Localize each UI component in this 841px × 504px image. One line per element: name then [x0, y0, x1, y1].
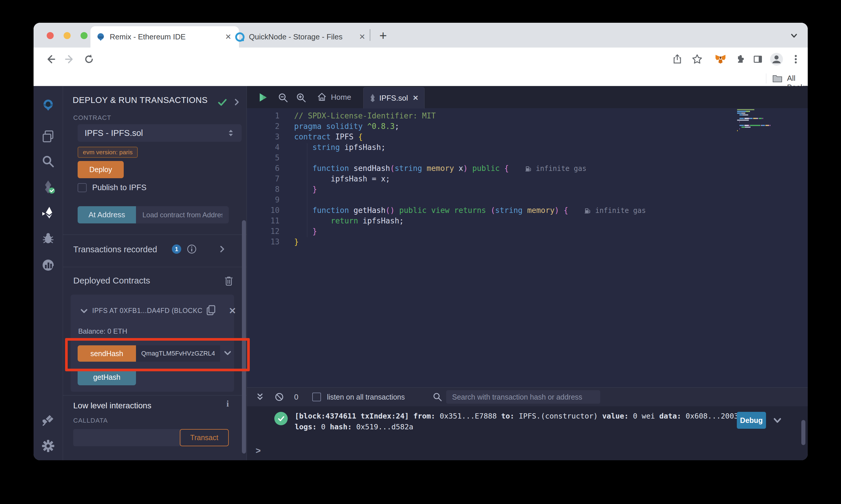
window-maximize-button[interactable] — [81, 32, 88, 39]
editor-area: Home IPFS.sol ✕ 1// SPDX-License-Identif… — [247, 86, 808, 460]
code-line[interactable]: 2pragma solidity ^0.8.3; — [247, 121, 808, 131]
solidity-compiler-icon[interactable] — [40, 179, 56, 195]
back-icon[interactable] — [42, 51, 59, 67]
browser-menu-icon[interactable] — [788, 51, 804, 67]
share-icon[interactable] — [669, 51, 685, 67]
send-hash-input[interactable] — [136, 345, 220, 362]
listen-checkbox[interactable] — [312, 393, 321, 401]
deploy-button[interactable]: Deploy — [77, 161, 124, 178]
new-tab-button[interactable]: + — [379, 30, 387, 41]
file-explorer-icon[interactable] — [40, 129, 56, 144]
line-content: contract IPFS { — [294, 132, 363, 141]
terminal-prompt[interactable]: > — [256, 446, 261, 455]
code-line[interactable]: 1// SPDX-License-Identifier: MIT — [247, 110, 808, 121]
copy-icon[interactable] — [206, 305, 216, 318]
log-line2: logs: 0 hash: 0x519...d582a — [295, 421, 743, 432]
code-line[interactable]: 9 — [247, 195, 808, 205]
window-minimize-button[interactable] — [64, 32, 71, 39]
zoom-out-icon[interactable] — [278, 92, 288, 104]
code-line[interactable]: 7 ipfsHash = x; — [247, 174, 808, 184]
extensions-icon[interactable] — [732, 51, 748, 67]
settings-icon[interactable] — [40, 438, 56, 453]
code-line[interactable]: 12 } — [247, 226, 808, 236]
chevron-down-icon[interactable] — [80, 306, 89, 317]
tab-home[interactable]: Home — [317, 86, 351, 108]
close-instance-icon[interactable]: ✕ — [229, 306, 236, 316]
zoom-in-icon[interactable] — [296, 92, 306, 104]
send-hash-expand-icon[interactable] — [223, 349, 232, 359]
code-line[interactable]: 10 function getHash() public view return… — [247, 205, 808, 216]
profile-avatar[interactable] — [768, 51, 785, 67]
info-circle-icon[interactable] — [187, 244, 197, 255]
debug-button[interactable]: Debug — [737, 412, 766, 429]
code-line[interactable]: 13} — [247, 236, 808, 247]
panel-expand-icon[interactable] — [232, 98, 241, 108]
contract-instance-label[interactable]: IPFS AT 0XFB1...DA4FD (BLOCKC — [92, 307, 203, 315]
line-number: 12 — [247, 226, 280, 236]
gas-annotation: infinite gas — [536, 164, 586, 173]
file-tab-close-icon[interactable]: ✕ — [413, 94, 418, 102]
icon-rail — [34, 86, 63, 460]
ban-icon[interactable] — [274, 392, 284, 402]
send-hash-button[interactable]: sendHash — [77, 345, 136, 362]
search-icon[interactable] — [40, 154, 56, 169]
code-line[interactable]: 8 } — [247, 184, 808, 195]
line-number: 3 — [247, 131, 280, 142]
transaction-log[interactable]: [block:4374611 txIndex:24] from: 0x351..… — [295, 411, 743, 432]
contract-select-value: IPFS - IPFS.sol — [85, 128, 143, 138]
tab-remix[interactable]: Remix - Ethereum IDE ✕ — [90, 26, 239, 48]
code-line[interactable]: 3contract IPFS { — [247, 131, 808, 142]
calldata-input[interactable] — [73, 429, 181, 446]
code-line[interactable]: 11 return ipfsHash; — [247, 216, 808, 226]
code-lines[interactable]: 1// SPDX-License-Identifier: MIT2pragma … — [247, 108, 808, 247]
side-panel-icon[interactable] — [750, 51, 766, 67]
tab-file-ipfs[interactable]: IPFS.sol ✕ — [363, 87, 425, 108]
double-chevron-down-icon[interactable] — [256, 392, 264, 402]
minimap[interactable] — [737, 109, 775, 131]
editor-tabbar: Home IPFS.sol ✕ — [247, 86, 808, 108]
low-level-info-icon[interactable]: i — [226, 399, 229, 409]
terminal-search-input[interactable] — [446, 390, 600, 404]
at-address-button[interactable]: At Address — [77, 206, 136, 223]
terminal: 0 listen on all transactions [block:4374… — [247, 387, 808, 460]
transactions-expand-icon[interactable] — [218, 245, 226, 255]
tab-quicknode[interactable]: QuickNode - Storage - Files ✕ — [230, 26, 373, 48]
forward-icon[interactable] — [62, 51, 78, 67]
tab-search-icon[interactable] — [789, 30, 799, 42]
evm-version-badge: evm version: paris — [77, 147, 138, 158]
tab-close-icon[interactable]: ✕ — [356, 32, 368, 41]
statistics-icon[interactable] — [40, 257, 56, 273]
at-address-input[interactable] — [136, 206, 229, 223]
transact-button[interactable]: Transact — [180, 429, 229, 446]
log-expand-icon[interactable] — [772, 415, 783, 427]
reload-icon[interactable] — [81, 51, 97, 67]
contract-select[interactable]: IPFS - IPFS.sol — [77, 124, 242, 142]
line-content: } — [294, 185, 317, 194]
bookmark-star-icon[interactable] — [689, 51, 705, 67]
code-line[interactable]: 6 function sendHash(string memory x) pub… — [247, 163, 808, 174]
bookmarks-folder-icon[interactable] — [772, 74, 782, 84]
debugger-icon[interactable] — [40, 231, 56, 246]
line-content: ipfsHash = x; — [294, 175, 390, 183]
terminal-scrollbar[interactable] — [801, 420, 805, 445]
code-line[interactable]: 5 — [247, 152, 808, 163]
remix-logo-icon[interactable] — [40, 98, 56, 113]
line-number: 11 — [247, 216, 280, 226]
trash-icon[interactable] — [224, 276, 233, 287]
play-icon[interactable] — [258, 92, 268, 104]
line-content: return ipfsHash; — [294, 216, 404, 225]
terminal-count: 0 — [294, 393, 298, 402]
transactions-recorded-label: Transactions recorded — [73, 245, 157, 254]
tab-title: Remix - Ethereum IDE — [110, 32, 186, 41]
metamask-icon[interactable] — [712, 51, 729, 67]
line-content: pragma solidity ^0.8.3; — [294, 122, 399, 131]
deploy-and-run-icon[interactable] — [40, 205, 56, 220]
panel-scrollbar[interactable] — [242, 220, 246, 453]
code-line[interactable]: 4 string ipfsHash; — [247, 142, 808, 152]
line-content: } — [294, 237, 299, 246]
publish-ipfs-checkbox[interactable] — [77, 183, 87, 192]
deployed-contracts-title: Deployed Contracts — [73, 276, 150, 286]
get-hash-button[interactable]: getHash — [77, 369, 136, 385]
plugin-manager-icon[interactable] — [40, 413, 56, 428]
window-close-button[interactable] — [47, 32, 54, 39]
